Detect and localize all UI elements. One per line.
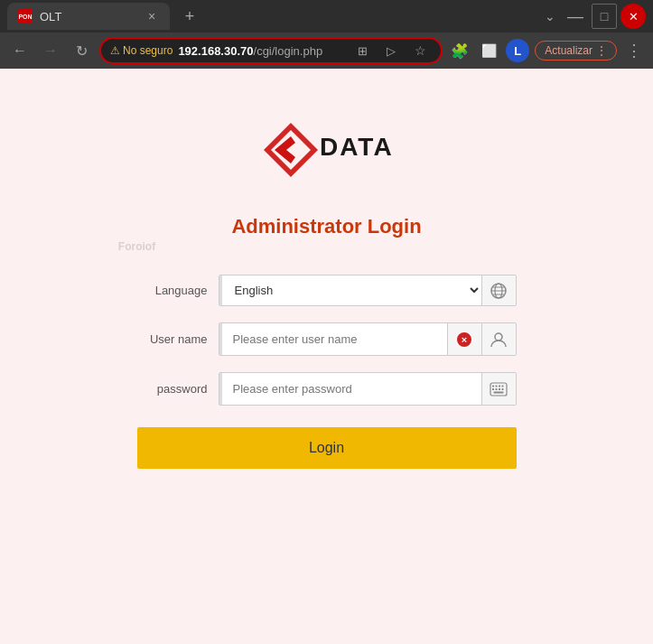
tab-favicon: PON [18,9,33,23]
svg-rect-19 [499,388,500,390]
update-label: Actualizar [545,44,592,57]
logo-container: DATA [246,114,408,190]
forward-button[interactable]: → [38,38,63,63]
back-button[interactable]: ← [7,38,33,63]
password-input-group [219,372,517,406]
svg-rect-16 [502,385,504,387]
svg-rect-21 [494,391,504,393]
svg-text:DATA: DATA [320,133,394,161]
tab-title: OLT [40,10,137,23]
keyboard-icon[interactable] [481,373,516,405]
tab-favicon-text: PON [18,14,32,20]
minimize-button[interactable]: — [563,4,588,29]
qr-icon[interactable]: ⊞ [350,39,374,62]
globe-svg [490,282,508,300]
username-input-group: × [219,322,517,356]
browser-titlebar: PON OLT × + ⌄ — □ ✕ [0,0,653,33]
security-label: No seguro [123,44,173,57]
language-select[interactable]: English Chinese Spanish [219,275,481,305]
login-button[interactable]: Login [137,427,517,469]
svg-rect-17 [492,388,494,390]
cast-icon[interactable]: ▷ [379,39,403,62]
language-label: Language [137,284,219,297]
user-icon[interactable] [481,323,516,355]
username-row: User name × [137,322,517,356]
svg-text:×: × [462,334,467,345]
login-title: Administrator Login Foroiof [137,215,517,253]
browser-toolbar: ← → ↻ ⚠ No seguro 192.168.30.70/cgi/logi… [0,33,653,69]
globe-icon[interactable] [481,275,516,305]
address-text[interactable]: 192.168.30.70/cgi/login.php [178,44,345,58]
svg-rect-15 [499,385,500,387]
keyboard-svg [490,382,508,397]
update-button[interactable]: Actualizar ⋮ [535,41,617,61]
browser-tab[interactable]: PON OLT × [7,3,170,30]
login-box: Administrator Login Foroiof Language Eng… [137,215,517,469]
login-title-text: Administrator Login [231,215,421,238]
svg-rect-13 [492,385,494,387]
user-svg [490,331,508,349]
svg-point-11 [495,333,502,341]
warning-icon: ⚠ [110,44,120,57]
watermark: Foroiof [0,240,327,253]
profile-button[interactable]: L [506,39,529,62]
maximize-button[interactable]: □ [592,4,617,29]
clear-icon-svg: × [456,331,472,348]
window-controls: ⌄ — □ ✕ [545,4,646,29]
page-content: DATA Administrator Login Foroiof Languag… [0,69,653,644]
address-url-path: /cgi/login.php [254,44,323,58]
reload-button[interactable]: ↻ [69,38,94,63]
address-bar[interactable]: ⚠ No seguro 192.168.30.70/cgi/login.php … [99,37,443,64]
security-warning: ⚠ No seguro [110,44,173,57]
username-label: User name [137,332,219,346]
cdata-logo: DATA [246,114,408,186]
extensions-icon[interactable]: 🧩 [448,39,471,62]
password-label: password [137,382,219,396]
svg-rect-18 [496,388,498,390]
address-url-host: 192.168.30.70 [178,44,253,58]
password-input[interactable] [219,373,481,405]
svg-rect-14 [496,385,498,387]
clear-user-icon[interactable]: × [447,323,481,355]
close-window-button[interactable]: ✕ [620,4,646,29]
language-input-group: English Chinese Spanish [219,275,517,306]
bookmark-icon[interactable]: ☆ [408,39,432,62]
password-row: password [137,372,517,406]
more-button[interactable]: ⋮ [622,39,646,62]
tab-strip-dropdown[interactable]: ⌄ [545,9,555,23]
svg-rect-20 [502,388,504,390]
username-input[interactable] [219,323,447,355]
new-tab-button[interactable]: + [177,4,202,29]
window-toggle-icon[interactable]: ⬜ [477,39,500,62]
update-menu-icon: ⋮ [596,44,607,57]
language-row: Language English Chinese Spanish [137,275,517,306]
tab-close-button[interactable]: × [145,9,159,23]
